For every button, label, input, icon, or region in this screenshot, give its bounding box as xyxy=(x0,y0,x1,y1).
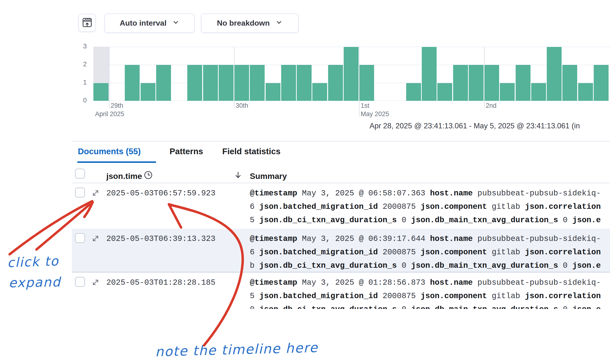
y-tick-label: 3 xyxy=(72,43,87,50)
summary-line: 5 json.batched_migration_id 2000875 json… xyxy=(250,292,601,300)
row-checkbox[interactable] xyxy=(75,187,85,197)
summary-line: @timestamp May 3, 2025 @ 06:39:17.644 ho… xyxy=(250,234,601,243)
x-tick-label: 1st xyxy=(361,102,369,109)
section-divider xyxy=(72,141,610,142)
histogram-bar[interactable] xyxy=(297,65,311,101)
x-tick-sublabel: April 2025 xyxy=(95,110,124,118)
histogram-bar[interactable] xyxy=(219,65,234,101)
breakdown-dropdown[interactable]: No breakdown xyxy=(201,13,299,33)
json-time-value: 2025-05-03T01:28:28.185 xyxy=(106,278,215,287)
histogram-bar[interactable] xyxy=(141,83,156,101)
sort-descending-icon[interactable] xyxy=(234,170,243,181)
y-tick-label: 1 xyxy=(72,79,87,86)
annotation-note-timeline: note the timeline here xyxy=(155,340,318,359)
annotation-click-to-expand-line1: click to xyxy=(7,253,59,270)
column-header-json-time[interactable]: json.time xyxy=(106,171,142,181)
day-tick-line xyxy=(234,47,234,108)
tab-field-statistics[interactable]: Field statistics xyxy=(222,147,280,156)
histogram-bar[interactable] xyxy=(281,65,296,101)
histogram-bar[interactable] xyxy=(203,65,218,101)
chevron-down-icon xyxy=(172,19,179,28)
x-tick-label: 29th xyxy=(111,102,123,109)
histogram-bar[interactable] xyxy=(422,47,437,101)
chart-options-icon xyxy=(82,17,93,29)
day-tick-line xyxy=(359,47,360,117)
summary-line: 0 json.db_ci_txn_avg_duration_s 0 json.d… xyxy=(250,305,601,309)
chevron-down-icon xyxy=(275,19,283,28)
histogram-bar[interactable] xyxy=(500,83,515,101)
row-checkbox[interactable] xyxy=(75,277,85,287)
histogram-bar[interactable] xyxy=(531,83,546,101)
x-tick-sublabel: May 2025 xyxy=(361,110,389,118)
expand-document-icon[interactable] xyxy=(91,234,100,244)
histogram-bar[interactable] xyxy=(453,65,468,101)
tab-patterns[interactable]: Patterns xyxy=(169,147,203,156)
column-header-summary[interactable]: Summary xyxy=(250,171,287,181)
histogram-bar[interactable] xyxy=(469,65,483,101)
summary-line: b json.db_ci_txn_avg_duration_s 0 json.d… xyxy=(250,261,601,270)
kibana-discover-view: Auto interval No breakdown 3210 29thApri… xyxy=(0,0,610,364)
histogram-bar[interactable] xyxy=(359,65,374,101)
x-tick-label: 2nd xyxy=(486,102,496,109)
document-row: 2025-05-03T06:39:13.323@timestamp May 3,… xyxy=(72,229,610,273)
histogram-bar[interactable] xyxy=(516,65,531,101)
auto-interval-label: Auto interval xyxy=(120,19,167,27)
summary-line: @timestamp May 3, 2025 @ 01:28:56.873 ho… xyxy=(250,278,601,287)
histogram-bar[interactable] xyxy=(594,65,609,101)
chart-options-button[interactable] xyxy=(78,14,96,32)
json-time-value: 2025-05-03T06:39:13.323 xyxy=(106,234,215,243)
histogram-bar[interactable] xyxy=(156,65,171,101)
histogram-bar-partial[interactable] xyxy=(93,83,108,101)
summary-line: 6 json.batched_migration_id 2000875 json… xyxy=(250,202,601,211)
clock-icon xyxy=(144,170,153,181)
tab-documents[interactable]: Documents (55) xyxy=(78,147,141,156)
histogram-bar[interactable] xyxy=(312,83,327,101)
histogram-bar[interactable] xyxy=(406,83,421,101)
summary-line: 5 json.db_ci_txn_avg_duration_s 0 json.d… xyxy=(250,216,601,225)
document-row: 2025-05-03T01:28:28.185@timestamp May 3,… xyxy=(72,273,610,309)
expand-document-icon[interactable] xyxy=(91,189,100,198)
histogram-bar[interactable] xyxy=(437,83,452,101)
histogram-bar[interactable] xyxy=(562,65,577,101)
document-row: 2025-05-03T06:57:59.923@timestamp May 3,… xyxy=(72,183,610,229)
day-tick-line xyxy=(484,47,484,108)
expand-document-icon[interactable] xyxy=(91,278,100,287)
x-tick-label: 30th xyxy=(236,102,248,109)
summary-line: @timestamp May 3, 2025 @ 06:58:07.363 ho… xyxy=(250,189,601,198)
auto-interval-dropdown[interactable]: Auto interval xyxy=(104,13,195,33)
y-tick-label: 2 xyxy=(72,61,87,68)
annotation-click-to-expand-line2: expand xyxy=(8,274,61,290)
json-time-value: 2025-05-03T06:57:59.923 xyxy=(106,189,215,198)
summary-line: 6 json.batched_migration_id 2000875 json… xyxy=(250,248,601,257)
day-tick-line xyxy=(109,47,109,108)
histogram-bar[interactable] xyxy=(250,65,265,101)
histogram-bar[interactable] xyxy=(484,65,499,101)
time-range-label: Apr 28, 2025 @ 23:41:13.061 - May 5, 202… xyxy=(370,122,580,130)
row-checkbox[interactable] xyxy=(75,233,85,243)
histogram-bar[interactable] xyxy=(266,83,280,101)
histogram-bar[interactable] xyxy=(328,65,343,101)
histogram-bar[interactable] xyxy=(125,65,140,101)
active-tab-underline xyxy=(77,161,156,163)
y-tick-label: 0 xyxy=(72,97,87,104)
histogram-bar[interactable] xyxy=(344,47,359,101)
histogram-bar[interactable] xyxy=(547,47,562,101)
breakdown-label: No breakdown xyxy=(217,19,270,27)
histogram-bar[interactable] xyxy=(234,65,249,101)
histogram-plot-area[interactable] xyxy=(93,47,610,101)
select-all-checkbox[interactable] xyxy=(75,169,85,179)
histogram-bar[interactable] xyxy=(187,65,202,101)
histogram-bar[interactable] xyxy=(578,83,593,101)
